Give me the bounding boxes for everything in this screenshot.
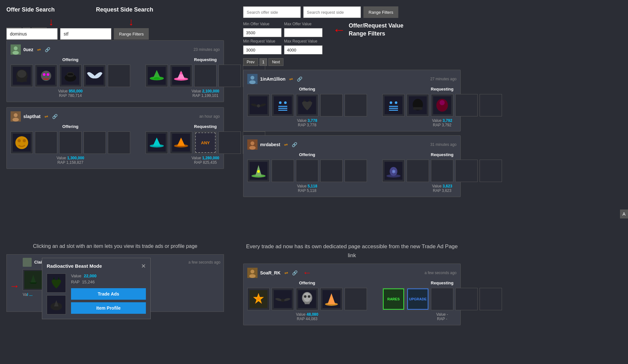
timestamp-2: an hour ago [199, 114, 220, 119]
svg-point-10 [47, 73, 49, 76]
bottom-offer-4[interactable] [320, 288, 343, 310]
right-offer-2-2[interactable] [272, 160, 294, 182]
rares-badge: RARES [383, 289, 404, 310]
link-annotation-arrow: ← [303, 268, 312, 278]
req-rap-1: 1,199,101 [201, 93, 218, 98]
link-icon-2[interactable]: 🔗 [52, 114, 58, 119]
right-next-button[interactable]: Next [268, 58, 283, 66]
svg-point-96 [308, 295, 310, 298]
svg-point-62 [440, 100, 445, 105]
right-req-2-3[interactable] [431, 160, 453, 182]
req-item-2-2[interactable] [170, 131, 192, 154]
right-prev-button[interactable]: Prev [243, 58, 258, 66]
right-offer-1-4[interactable] [320, 94, 343, 116]
trade-ads-button[interactable]: Trade Ads [71, 288, 146, 300]
req-item-2-3[interactable]: ANY [194, 131, 217, 154]
offer-rap-1: 780,714 [68, 93, 82, 98]
username-1: 0uez [23, 47, 33, 52]
svg-point-28 [15, 136, 28, 149]
trade-icon-1: ⇌ [37, 47, 41, 52]
bottom-req-1[interactable]: RARES [382, 288, 405, 310]
svg-marker-76 [29, 282, 37, 284]
right-req-2-2[interactable] [407, 160, 429, 182]
offer-item-1-1[interactable] [11, 65, 33, 87]
svg-marker-63 [440, 105, 445, 110]
bottom-spacer [467, 236, 628, 364]
right-offer-1-3[interactable] [296, 94, 318, 116]
bottom-offer-5[interactable] [345, 288, 367, 310]
right-offer-1-2[interactable] [272, 94, 294, 116]
right-offer-1-5[interactable] [345, 94, 367, 116]
request-search-input[interactable] [60, 28, 111, 40]
max-offer-input[interactable] [284, 28, 322, 37]
bottom-right-link-icon[interactable]: 🔗 [292, 270, 298, 275]
offer-item-2-2[interactable] [35, 131, 57, 154]
svg-point-9 [43, 73, 45, 76]
svg-text:❄: ❄ [392, 169, 396, 174]
right-link-icon-2[interactable]: 🔗 [292, 142, 297, 147]
offer-item-2-1[interactable] [11, 131, 33, 154]
offer-item-1-5[interactable] [108, 65, 130, 87]
offer-item-1-3[interactable] [59, 65, 82, 87]
bottom-offer-1[interactable] [247, 288, 270, 310]
right-offer-2-1[interactable] [247, 160, 270, 182]
min-offer-input[interactable] [243, 28, 282, 37]
bottom-item-1[interactable] [23, 269, 44, 290]
right-avatar-1 [247, 74, 258, 84]
timestamp-1: 23 minutes ago [194, 47, 220, 52]
link-icon-1[interactable]: 🔗 [45, 47, 50, 52]
svg-rect-55 [389, 108, 398, 109]
svg-point-25 [14, 113, 18, 117]
offer-item-1-4[interactable] [83, 65, 106, 87]
bottom-left-red-arrow: → [9, 280, 20, 292]
trade-icon-2: ⇌ [44, 114, 48, 119]
svg-point-44 [284, 101, 287, 104]
bottom-offer-2[interactable] [272, 288, 294, 310]
req-item-1-1[interactable] [146, 65, 168, 87]
right-trade-card-1: 1inAm1llion ⇌ 🔗 27 minutes ago Offering [243, 70, 461, 131]
right-req-1-2[interactable] [407, 94, 429, 116]
svg-point-19 [154, 77, 160, 80]
item-profile-button[interactable]: Item Profile [71, 302, 146, 314]
bottom-offer-3[interactable] [296, 288, 318, 310]
modal-close-button[interactable]: ✕ [141, 263, 146, 270]
upgrade-badge: UPGRADE [407, 289, 428, 310]
right-offer-2-3[interactable] [296, 160, 318, 182]
right-req-2-1[interactable]: ❄ [382, 160, 405, 182]
right-req-1-1[interactable] [382, 94, 405, 116]
req-item-1-2[interactable] [170, 65, 192, 87]
req-item-1-3[interactable] [194, 65, 217, 87]
range-filters-button[interactable]: Range Filters [114, 28, 149, 40]
right-offer-2-4[interactable] [320, 160, 343, 182]
right-offer-2-5[interactable] [345, 160, 367, 182]
offer-search-input[interactable] [6, 28, 58, 40]
right-offering-1: Offering [247, 87, 367, 91]
modal-value: 22,000 [84, 273, 97, 278]
modal-item-img-2 [47, 295, 66, 314]
bottom-req-2[interactable]: UPGRADE [407, 288, 429, 310]
offer-item-2-3[interactable] [59, 131, 82, 154]
right-request-search[interactable] [303, 6, 361, 18]
bottom-offer-val: 48,080 [306, 312, 318, 317]
right-offer-search[interactable] [243, 6, 301, 18]
svg-point-1 [14, 46, 18, 50]
right-offer-1-1[interactable] [247, 94, 270, 116]
offer-item-2-4[interactable] [83, 131, 106, 154]
right-range-filters-btn[interactable]: Range Filters [363, 6, 398, 18]
req-item-2-1[interactable] [146, 131, 168, 154]
max-request-input[interactable] [284, 45, 322, 54]
offer-value-1: 950,000 [69, 89, 83, 93]
right-req-1-3[interactable] [431, 94, 453, 116]
svg-rect-45 [278, 106, 287, 107]
svg-point-23 [180, 72, 182, 75]
right-link-icon-1[interactable]: 🔗 [297, 76, 302, 82]
offer-item-2-5[interactable] [108, 131, 130, 154]
bottom-right-annotation: Every trade ad now has its own dedicated… [243, 242, 461, 259]
bottom-req-3[interactable] [431, 288, 453, 310]
min-request-input[interactable] [243, 45, 282, 54]
bottom-right-avatar [247, 268, 258, 278]
offer-item-1-2[interactable] [35, 65, 57, 87]
svg-point-30 [23, 139, 26, 142]
max-offer-label: Max Offer Value [284, 22, 322, 26]
accessibility-button[interactable]: A [620, 210, 628, 218]
